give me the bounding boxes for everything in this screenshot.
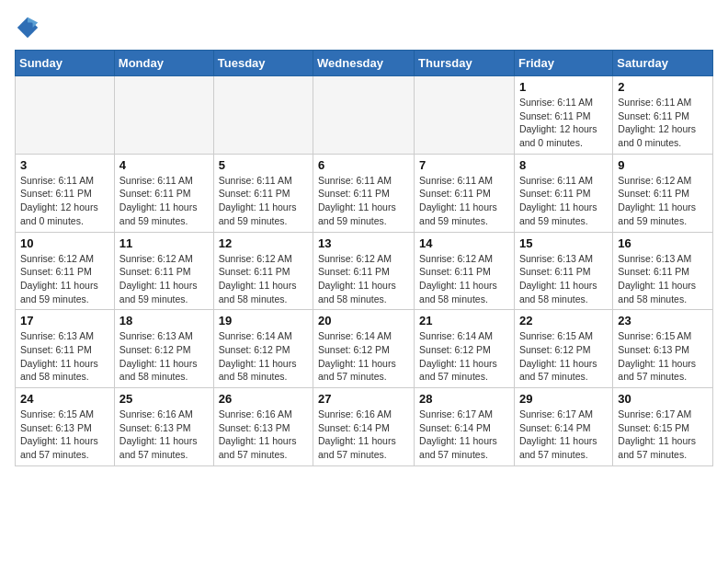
calendar-day-cell: 27Sunrise: 6:16 AMSunset: 6:14 PMDayligh… bbox=[313, 388, 415, 466]
day-info: Sunrise: 6:14 AMSunset: 6:12 PMDaylight:… bbox=[219, 329, 308, 384]
day-number: 3 bbox=[20, 158, 109, 172]
calendar-week-2: 3Sunrise: 6:11 AMSunset: 6:11 PMDaylight… bbox=[16, 154, 713, 232]
day-number: 27 bbox=[318, 392, 409, 406]
day-number: 15 bbox=[519, 236, 608, 250]
day-number: 1 bbox=[519, 80, 608, 94]
day-number: 13 bbox=[318, 236, 409, 250]
calendar-day-cell bbox=[415, 76, 515, 155]
calendar-day-cell: 5Sunrise: 6:11 AMSunset: 6:11 PMDaylight… bbox=[213, 154, 313, 232]
day-info: Sunrise: 6:12 AMSunset: 6:11 PMDaylight:… bbox=[119, 252, 209, 306]
column-header-monday: Monday bbox=[114, 51, 213, 76]
calendar-day-cell: 15Sunrise: 6:13 AMSunset: 6:11 PMDayligh… bbox=[514, 232, 612, 310]
calendar-day-cell: 17Sunrise: 6:13 AMSunset: 6:11 PMDayligh… bbox=[16, 310, 115, 388]
day-number: 30 bbox=[618, 392, 708, 406]
day-number: 4 bbox=[119, 158, 209, 172]
day-number: 19 bbox=[219, 314, 308, 327]
calendar-day-cell: 7Sunrise: 6:11 AMSunset: 6:11 PMDaylight… bbox=[415, 154, 515, 232]
day-info: Sunrise: 6:13 AMSunset: 6:11 PMDaylight:… bbox=[618, 252, 708, 306]
day-info: Sunrise: 6:11 AMSunset: 6:11 PMDaylight:… bbox=[419, 174, 509, 228]
day-info: Sunrise: 6:17 AMSunset: 6:14 PMDaylight:… bbox=[419, 408, 509, 462]
day-info: Sunrise: 6:11 AMSunset: 6:11 PMDaylight:… bbox=[20, 174, 109, 228]
day-number: 9 bbox=[618, 158, 708, 172]
day-number: 2 bbox=[618, 80, 708, 94]
day-info: Sunrise: 6:16 AMSunset: 6:14 PMDaylight:… bbox=[318, 408, 409, 462]
column-header-sunday: Sunday bbox=[16, 51, 115, 76]
calendar-day-cell: 8Sunrise: 6:11 AMSunset: 6:11 PMDaylight… bbox=[514, 154, 612, 232]
calendar-day-cell: 28Sunrise: 6:17 AMSunset: 6:14 PMDayligh… bbox=[415, 388, 515, 466]
day-number: 7 bbox=[419, 158, 509, 172]
day-number: 16 bbox=[618, 236, 708, 250]
calendar-day-cell: 12Sunrise: 6:12 AMSunset: 6:11 PMDayligh… bbox=[213, 232, 313, 310]
day-number: 6 bbox=[318, 158, 409, 172]
day-info: Sunrise: 6:15 AMSunset: 6:13 PMDaylight:… bbox=[618, 329, 708, 384]
calendar-week-5: 24Sunrise: 6:15 AMSunset: 6:13 PMDayligh… bbox=[16, 388, 713, 466]
day-number: 10 bbox=[20, 236, 109, 250]
day-info: Sunrise: 6:11 AMSunset: 6:11 PMDaylight:… bbox=[318, 174, 409, 228]
calendar-day-cell bbox=[213, 76, 313, 155]
column-header-thursday: Thursday bbox=[415, 51, 515, 76]
calendar-day-cell: 26Sunrise: 6:16 AMSunset: 6:13 PMDayligh… bbox=[213, 388, 313, 466]
calendar-day-cell: 13Sunrise: 6:12 AMSunset: 6:11 PMDayligh… bbox=[313, 232, 415, 310]
calendar-table: SundayMondayTuesdayWednesdayThursdayFrid… bbox=[15, 50, 713, 466]
day-number: 25 bbox=[119, 392, 209, 406]
calendar-day-cell: 9Sunrise: 6:12 AMSunset: 6:11 PMDaylight… bbox=[613, 154, 713, 232]
calendar-week-4: 17Sunrise: 6:13 AMSunset: 6:11 PMDayligh… bbox=[16, 310, 713, 388]
column-header-tuesday: Tuesday bbox=[213, 51, 313, 76]
calendar-day-cell: 20Sunrise: 6:14 AMSunset: 6:12 PMDayligh… bbox=[313, 310, 415, 388]
calendar-day-cell: 21Sunrise: 6:14 AMSunset: 6:12 PMDayligh… bbox=[415, 310, 515, 388]
day-info: Sunrise: 6:13 AMSunset: 6:12 PMDaylight:… bbox=[119, 329, 209, 384]
day-number: 18 bbox=[119, 314, 209, 327]
logo bbox=[15, 15, 44, 40]
day-number: 24 bbox=[20, 392, 109, 406]
calendar-day-cell: 4Sunrise: 6:11 AMSunset: 6:11 PMDaylight… bbox=[114, 154, 213, 232]
day-info: Sunrise: 6:11 AMSunset: 6:11 PMDaylight:… bbox=[219, 174, 308, 228]
day-info: Sunrise: 6:12 AMSunset: 6:11 PMDaylight:… bbox=[318, 252, 409, 306]
calendar-day-cell: 24Sunrise: 6:15 AMSunset: 6:13 PMDayligh… bbox=[16, 388, 115, 466]
calendar-week-3: 10Sunrise: 6:12 AMSunset: 6:11 PMDayligh… bbox=[16, 232, 713, 310]
page-header bbox=[15, 15, 713, 40]
day-number: 22 bbox=[519, 314, 608, 327]
day-number: 20 bbox=[318, 314, 409, 327]
calendar-day-cell: 30Sunrise: 6:17 AMSunset: 6:15 PMDayligh… bbox=[613, 388, 713, 466]
day-number: 12 bbox=[219, 236, 308, 250]
day-info: Sunrise: 6:12 AMSunset: 6:11 PMDaylight:… bbox=[419, 252, 509, 306]
calendar-day-cell: 23Sunrise: 6:15 AMSunset: 6:13 PMDayligh… bbox=[613, 310, 713, 388]
day-info: Sunrise: 6:14 AMSunset: 6:12 PMDaylight:… bbox=[318, 329, 409, 384]
column-header-saturday: Saturday bbox=[613, 51, 713, 76]
day-info: Sunrise: 6:16 AMSunset: 6:13 PMDaylight:… bbox=[119, 408, 209, 462]
day-info: Sunrise: 6:11 AMSunset: 6:11 PMDaylight:… bbox=[519, 174, 608, 228]
svg-rect-2 bbox=[22, 22, 32, 32]
calendar-day-cell: 29Sunrise: 6:17 AMSunset: 6:14 PMDayligh… bbox=[514, 388, 612, 466]
day-info: Sunrise: 6:13 AMSunset: 6:11 PMDaylight:… bbox=[519, 252, 608, 306]
day-number: 11 bbox=[119, 236, 209, 250]
day-info: Sunrise: 6:17 AMSunset: 6:15 PMDaylight:… bbox=[618, 408, 708, 462]
calendar-day-cell: 3Sunrise: 6:11 AMSunset: 6:11 PMDaylight… bbox=[16, 154, 115, 232]
calendar-day-cell bbox=[313, 76, 415, 155]
day-info: Sunrise: 6:12 AMSunset: 6:11 PMDaylight:… bbox=[618, 174, 708, 228]
day-info: Sunrise: 6:17 AMSunset: 6:14 PMDaylight:… bbox=[519, 408, 608, 462]
calendar-header-row: SundayMondayTuesdayWednesdayThursdayFrid… bbox=[16, 51, 713, 76]
day-info: Sunrise: 6:11 AMSunset: 6:11 PMDaylight:… bbox=[519, 96, 608, 150]
day-number: 23 bbox=[618, 314, 708, 327]
calendar-day-cell: 2Sunrise: 6:11 AMSunset: 6:11 PMDaylight… bbox=[613, 76, 713, 155]
calendar-day-cell: 10Sunrise: 6:12 AMSunset: 6:11 PMDayligh… bbox=[16, 232, 115, 310]
day-info: Sunrise: 6:12 AMSunset: 6:11 PMDaylight:… bbox=[20, 252, 109, 306]
day-info: Sunrise: 6:15 AMSunset: 6:12 PMDaylight:… bbox=[519, 329, 608, 384]
day-info: Sunrise: 6:15 AMSunset: 6:13 PMDaylight:… bbox=[20, 408, 109, 462]
calendar-day-cell: 22Sunrise: 6:15 AMSunset: 6:12 PMDayligh… bbox=[514, 310, 612, 388]
day-info: Sunrise: 6:11 AMSunset: 6:11 PMDaylight:… bbox=[119, 174, 209, 228]
calendar-day-cell: 1Sunrise: 6:11 AMSunset: 6:11 PMDaylight… bbox=[514, 76, 612, 155]
calendar-day-cell: 16Sunrise: 6:13 AMSunset: 6:11 PMDayligh… bbox=[613, 232, 713, 310]
calendar-day-cell bbox=[16, 76, 115, 155]
day-number: 26 bbox=[219, 392, 308, 406]
day-number: 8 bbox=[519, 158, 608, 172]
calendar-day-cell: 14Sunrise: 6:12 AMSunset: 6:11 PMDayligh… bbox=[415, 232, 515, 310]
calendar-day-cell: 18Sunrise: 6:13 AMSunset: 6:12 PMDayligh… bbox=[114, 310, 213, 388]
day-info: Sunrise: 6:14 AMSunset: 6:12 PMDaylight:… bbox=[419, 329, 509, 384]
calendar-day-cell: 11Sunrise: 6:12 AMSunset: 6:11 PMDayligh… bbox=[114, 232, 213, 310]
day-number: 14 bbox=[419, 236, 509, 250]
calendar-week-1: 1Sunrise: 6:11 AMSunset: 6:11 PMDaylight… bbox=[16, 76, 713, 155]
day-info: Sunrise: 6:11 AMSunset: 6:11 PMDaylight:… bbox=[618, 96, 708, 150]
day-number: 21 bbox=[419, 314, 509, 327]
day-info: Sunrise: 6:13 AMSunset: 6:11 PMDaylight:… bbox=[20, 329, 109, 384]
